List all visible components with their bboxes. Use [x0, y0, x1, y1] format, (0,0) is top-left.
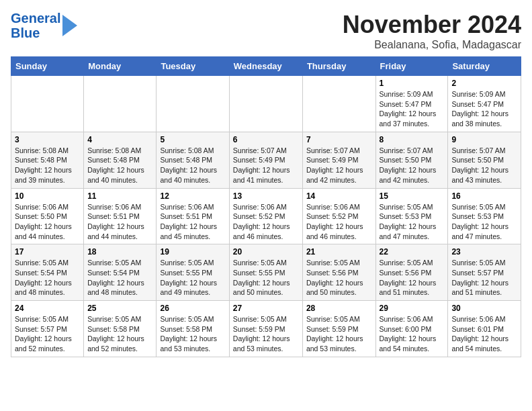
day-info: Sunrise: 5:09 AM Sunset: 5:47 PM Dayligh…	[380, 89, 445, 129]
weekday-header-cell: Monday	[84, 57, 157, 76]
day-number: 3	[15, 135, 80, 144]
calendar-day-cell: 25Sunrise: 5:05 AM Sunset: 5:58 PM Dayli…	[84, 301, 157, 357]
calendar-day-cell: 18Sunrise: 5:05 AM Sunset: 5:54 PM Dayli…	[84, 244, 157, 301]
calendar-week-row: 1Sunrise: 5:09 AM Sunset: 5:47 PM Daylig…	[11, 76, 521, 132]
calendar-day-cell: 19Sunrise: 5:05 AM Sunset: 5:55 PM Dayli…	[157, 244, 229, 301]
day-number: 16	[451, 191, 517, 201]
calendar-day-cell: 4Sunrise: 5:08 AM Sunset: 5:48 PM Daylig…	[84, 132, 157, 188]
calendar-day-cell: 5Sunrise: 5:08 AM Sunset: 5:48 PM Daylig…	[157, 132, 229, 188]
calendar-day-cell: 17Sunrise: 5:05 AM Sunset: 5:54 PM Dayli…	[11, 244, 84, 301]
day-info: Sunrise: 5:06 AM Sunset: 6:01 PM Dayligh…	[451, 314, 517, 354]
calendar-day-cell: 27Sunrise: 5:05 AM Sunset: 5:59 PM Dayli…	[229, 301, 302, 357]
day-number: 13	[233, 191, 299, 201]
weekday-header-cell: Thursday	[302, 57, 375, 76]
weekday-header-cell: Wednesday	[229, 57, 302, 76]
weekday-header-cell: Sunday	[11, 57, 84, 76]
calendar-week-row: 17Sunrise: 5:05 AM Sunset: 5:54 PM Dayli…	[11, 244, 521, 301]
calendar-day-cell: 11Sunrise: 5:06 AM Sunset: 5:51 PM Dayli…	[84, 188, 157, 244]
logo: General Blue	[11, 11, 77, 40]
location: Bealanana, Sofia, Madagascar	[343, 39, 521, 51]
day-number: 15	[380, 191, 445, 201]
day-number: 7	[306, 135, 372, 144]
calendar-day-cell: 29Sunrise: 5:06 AM Sunset: 6:00 PM Dayli…	[375, 301, 448, 357]
day-number: 5	[160, 135, 225, 144]
calendar-day-cell: 10Sunrise: 5:06 AM Sunset: 5:50 PM Dayli…	[11, 188, 84, 244]
day-number: 6	[233, 135, 299, 144]
day-info: Sunrise: 5:05 AM Sunset: 5:54 PM Dayligh…	[15, 258, 80, 298]
logo-line2: Blue	[11, 26, 60, 40]
calendar-day-cell: 2Sunrise: 5:09 AM Sunset: 5:47 PM Daylig…	[448, 76, 521, 132]
calendar-day-cell: 26Sunrise: 5:05 AM Sunset: 5:58 PM Dayli…	[157, 301, 229, 357]
day-info: Sunrise: 5:05 AM Sunset: 5:56 PM Dayligh…	[380, 258, 445, 298]
day-info: Sunrise: 5:07 AM Sunset: 5:49 PM Dayligh…	[233, 146, 299, 185]
day-number: 29	[380, 304, 445, 313]
calendar-day-cell	[11, 76, 84, 132]
day-info: Sunrise: 5:06 AM Sunset: 5:51 PM Dayligh…	[87, 202, 152, 242]
day-number: 4	[87, 135, 152, 144]
day-number: 22	[380, 247, 445, 257]
day-info: Sunrise: 5:05 AM Sunset: 5:57 PM Dayligh…	[451, 258, 517, 298]
day-info: Sunrise: 5:06 AM Sunset: 5:51 PM Dayligh…	[160, 202, 225, 242]
calendar-day-cell: 8Sunrise: 5:07 AM Sunset: 5:50 PM Daylig…	[375, 132, 448, 188]
logo-arrow-icon	[62, 15, 77, 36]
day-number: 27	[233, 304, 299, 313]
day-number: 23	[451, 247, 517, 257]
calendar-day-cell: 20Sunrise: 5:05 AM Sunset: 5:55 PM Dayli…	[229, 244, 302, 301]
calendar-day-cell	[84, 76, 157, 132]
day-info: Sunrise: 5:05 AM Sunset: 5:58 PM Dayligh…	[87, 314, 152, 354]
day-number: 26	[160, 304, 225, 313]
logo-line1: General	[11, 11, 60, 26]
weekday-header-cell: Saturday	[448, 57, 521, 76]
day-info: Sunrise: 5:08 AM Sunset: 5:48 PM Dayligh…	[87, 146, 152, 185]
day-info: Sunrise: 5:05 AM Sunset: 5:53 PM Dayligh…	[451, 202, 517, 242]
day-info: Sunrise: 5:07 AM Sunset: 5:50 PM Dayligh…	[380, 146, 445, 185]
day-info: Sunrise: 5:05 AM Sunset: 5:59 PM Dayligh…	[306, 314, 372, 354]
day-info: Sunrise: 5:08 AM Sunset: 5:48 PM Dayligh…	[15, 146, 80, 185]
calendar-day-cell: 6Sunrise: 5:07 AM Sunset: 5:49 PM Daylig…	[229, 132, 302, 188]
day-number: 17	[15, 247, 80, 257]
calendar-day-cell: 9Sunrise: 5:07 AM Sunset: 5:50 PM Daylig…	[448, 132, 521, 188]
day-number: 18	[87, 247, 152, 257]
day-info: Sunrise: 5:06 AM Sunset: 5:52 PM Dayligh…	[233, 202, 299, 242]
day-number: 12	[160, 191, 225, 201]
day-number: 14	[306, 191, 372, 201]
weekday-header-row: SundayMondayTuesdayWednesdayThursdayFrid…	[11, 57, 521, 76]
calendar-day-cell: 1Sunrise: 5:09 AM Sunset: 5:47 PM Daylig…	[375, 76, 448, 132]
calendar-day-cell: 7Sunrise: 5:07 AM Sunset: 5:49 PM Daylig…	[302, 132, 375, 188]
calendar-day-cell: 21Sunrise: 5:05 AM Sunset: 5:56 PM Dayli…	[302, 244, 375, 301]
calendar-day-cell: 16Sunrise: 5:05 AM Sunset: 5:53 PM Dayli…	[448, 188, 521, 244]
day-info: Sunrise: 5:05 AM Sunset: 5:59 PM Dayligh…	[233, 314, 299, 354]
calendar-day-cell: 3Sunrise: 5:08 AM Sunset: 5:48 PM Daylig…	[11, 132, 84, 188]
calendar-day-cell	[229, 76, 302, 132]
calendar-body: 1Sunrise: 5:09 AM Sunset: 5:47 PM Daylig…	[11, 76, 521, 357]
day-info: Sunrise: 5:07 AM Sunset: 5:50 PM Dayligh…	[451, 146, 517, 185]
day-info: Sunrise: 5:05 AM Sunset: 5:56 PM Dayligh…	[306, 258, 372, 298]
day-number: 8	[380, 135, 445, 144]
day-info: Sunrise: 5:06 AM Sunset: 5:50 PM Dayligh…	[15, 202, 80, 242]
day-info: Sunrise: 5:05 AM Sunset: 5:54 PM Dayligh…	[87, 258, 152, 298]
day-info: Sunrise: 5:08 AM Sunset: 5:48 PM Dayligh…	[160, 146, 225, 185]
day-number: 1	[380, 79, 445, 88]
calendar-day-cell: 30Sunrise: 5:06 AM Sunset: 6:01 PM Dayli…	[448, 301, 521, 357]
day-number: 9	[451, 135, 517, 144]
calendar-day-cell: 22Sunrise: 5:05 AM Sunset: 5:56 PM Dayli…	[375, 244, 448, 301]
calendar-day-cell	[302, 76, 375, 132]
day-number: 11	[87, 191, 152, 201]
calendar-week-row: 24Sunrise: 5:05 AM Sunset: 5:57 PM Dayli…	[11, 301, 521, 357]
calendar-week-row: 10Sunrise: 5:06 AM Sunset: 5:50 PM Dayli…	[11, 188, 521, 244]
calendar-day-cell: 15Sunrise: 5:05 AM Sunset: 5:53 PM Dayli…	[375, 188, 448, 244]
day-number: 20	[233, 247, 299, 257]
calendar-day-cell: 28Sunrise: 5:05 AM Sunset: 5:59 PM Dayli…	[302, 301, 375, 357]
day-number: 2	[451, 79, 517, 88]
day-info: Sunrise: 5:05 AM Sunset: 5:55 PM Dayligh…	[160, 258, 225, 298]
day-info: Sunrise: 5:05 AM Sunset: 5:53 PM Dayligh…	[380, 202, 445, 242]
title-block: November 2024 Bealanana, Sofia, Madagasc…	[343, 11, 521, 51]
day-info: Sunrise: 5:09 AM Sunset: 5:47 PM Dayligh…	[451, 89, 517, 129]
calendar-day-cell: 23Sunrise: 5:05 AM Sunset: 5:57 PM Dayli…	[448, 244, 521, 301]
weekday-header-cell: Tuesday	[157, 57, 229, 76]
calendar-day-cell: 12Sunrise: 5:06 AM Sunset: 5:51 PM Dayli…	[157, 188, 229, 244]
day-number: 10	[15, 191, 80, 201]
day-info: Sunrise: 5:05 AM Sunset: 5:58 PM Dayligh…	[160, 314, 225, 354]
calendar-day-cell: 14Sunrise: 5:06 AM Sunset: 5:52 PM Dayli…	[302, 188, 375, 244]
day-number: 21	[306, 247, 372, 257]
